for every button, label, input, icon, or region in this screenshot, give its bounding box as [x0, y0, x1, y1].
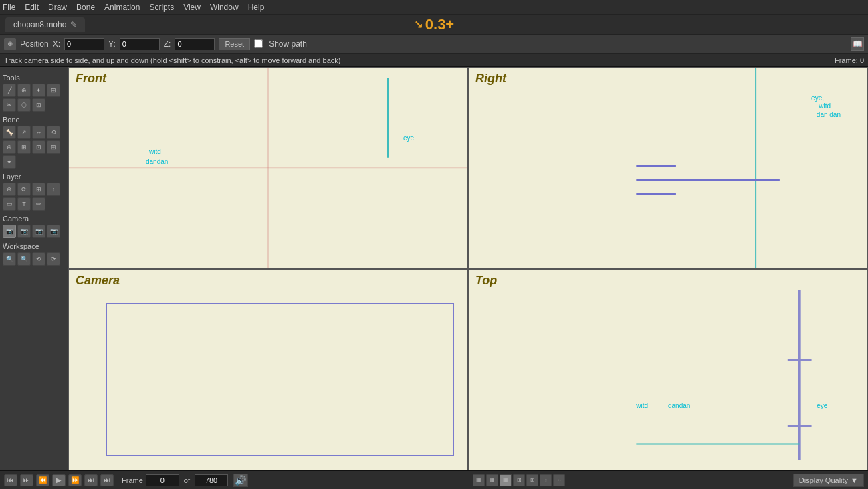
x-input[interactable]: [64, 38, 104, 50]
bone-btn-5[interactable]: ⊕: [3, 140, 16, 154]
move-tool-icon[interactable]: ⊕: [4, 38, 16, 50]
layer-btn-6[interactable]: T: [17, 197, 31, 211]
bone-btn-1[interactable]: 🦴: [3, 126, 16, 139]
bone-btn-2[interactable]: ↗: [17, 126, 31, 139]
tools-row-1: ╱ ⊕ ✦ ⊞: [3, 84, 65, 97]
camera-btn-4[interactable]: 📷: [47, 225, 60, 238]
tool-btn-5[interactable]: ✂: [3, 98, 16, 112]
front-axis-svg: [69, 68, 467, 268]
show-path-checkbox[interactable]: [254, 39, 263, 48]
camera-btn-2[interactable]: 📷: [17, 225, 31, 238]
tools-row-2: ✂ ⬡ ⊡: [3, 98, 65, 112]
display-quality-dropdown-icon: ▼: [851, 476, 858, 484]
file-tab[interactable]: chopan8.moho ✎: [5, 17, 85, 32]
front-label: Front: [76, 72, 106, 86]
menu-scripts[interactable]: Scripts: [149, 3, 174, 12]
right-label: Right: [475, 72, 506, 86]
frame-label: Frame: [122, 476, 143, 484]
workspace-btn-4[interactable]: ⟳: [47, 252, 60, 266]
layer-btn-5[interactable]: ▭: [3, 197, 16, 211]
workspace-label: Workspace: [3, 242, 65, 250]
tool-btn-2[interactable]: ⊕: [17, 84, 31, 97]
tool-btn-1[interactable]: ╱: [3, 84, 16, 97]
right-viewport[interactable]: Right: [468, 67, 868, 269]
view-mode-3[interactable]: ▦: [500, 474, 512, 486]
right-dandan-label: dan dan: [817, 111, 841, 118]
layer-btn-7[interactable]: ✏: [32, 197, 45, 211]
top-viewport-svg: [469, 270, 867, 470]
transport-play[interactable]: ▶: [52, 474, 66, 486]
workspace-btn-3[interactable]: ⟲: [32, 252, 45, 266]
view-mode-5[interactable]: ⊞: [526, 474, 538, 486]
show-path-label: Show path: [269, 39, 307, 49]
bone-btn-4[interactable]: ⟲: [47, 126, 60, 139]
edit-icon[interactable]: ✎: [70, 20, 77, 29]
front-dandan-label: dandan: [146, 158, 168, 165]
transport-stepfwd[interactable]: ⏩: [68, 474, 82, 486]
reset-button[interactable]: Reset: [219, 38, 250, 50]
layer-label: Layer: [3, 173, 65, 181]
bone-btn-8[interactable]: ⊞: [47, 140, 60, 154]
transport-toend[interactable]: ⏭: [20, 474, 33, 486]
tool-btn-7[interactable]: ⊡: [32, 98, 45, 112]
position-label: Position: [20, 39, 49, 49]
x-axis-label: X:: [53, 39, 60, 49]
front-viewport[interactable]: Front: [68, 67, 468, 269]
view-mode-4[interactable]: ⊞: [513, 474, 525, 486]
workspace-btn-1[interactable]: 🔍: [3, 252, 16, 266]
layer-btn-4[interactable]: ↕: [47, 183, 60, 196]
main-area: Tools ╱ ⊕ ✦ ⊞ ✂ ⬡ ⊡ Bone 🦴 ↗ ↔ ⟲ ⊕ ⊞ ⊡ ⊞…: [0, 67, 868, 470]
y-input[interactable]: [120, 38, 160, 50]
tool-btn-4[interactable]: ⊞: [47, 84, 60, 97]
top-dandan-label: dandan: [668, 402, 690, 409]
menu-edit[interactable]: Edit: [25, 3, 39, 12]
camera-btn-1[interactable]: 📷: [3, 225, 16, 238]
bone-btn-9[interactable]: ✦: [3, 155, 16, 169]
menu-help[interactable]: Help: [248, 3, 265, 12]
menu-bone[interactable]: Bone: [76, 3, 95, 12]
layer-btn-2[interactable]: ⟳: [17, 183, 31, 196]
left-panel: Tools ╱ ⊕ ✦ ⊞ ✂ ⬡ ⊡ Bone 🦴 ↗ ↔ ⟲ ⊕ ⊞ ⊡ ⊞…: [0, 67, 68, 470]
tool-btn-6[interactable]: ⬡: [17, 98, 31, 112]
z-input[interactable]: [175, 38, 215, 50]
bone-btn-3[interactable]: ↔: [32, 126, 45, 139]
tool-btn-3[interactable]: ✦: [32, 84, 45, 97]
camera-btn-3[interactable]: 📷: [32, 225, 45, 238]
audio-button[interactable]: 🔊: [233, 474, 248, 487]
layer-btn-1[interactable]: ⊕: [3, 183, 16, 196]
status-message: Track camera side to side, and up and do…: [4, 56, 340, 64]
bone-row-2: ⊕ ⊞ ⊡ ⊞: [3, 140, 65, 154]
menu-window[interactable]: Window: [210, 3, 239, 12]
menu-file[interactable]: File: [3, 3, 15, 12]
transport-loop[interactable]: ⏭: [100, 474, 114, 486]
bone-btn-7[interactable]: ⊡: [32, 140, 45, 154]
view-mode-swap-h[interactable]: ↔: [553, 474, 565, 486]
top-label: Top: [475, 274, 497, 288]
tools-label: Tools: [3, 74, 65, 82]
camera-viewport[interactable]: Camera: [68, 269, 468, 471]
display-quality-button[interactable]: Display Quality ▼: [793, 474, 864, 487]
filename: chopan8.moho: [13, 20, 66, 29]
transport-tostart[interactable]: ⏮: [4, 474, 17, 486]
top-eye-label: eye: [817, 402, 827, 409]
workspace-btn-2[interactable]: 🔍: [17, 252, 31, 266]
view-mode-icons: ▦ ▦ ▦ ⊞ ⊞ ↕ ↔: [473, 474, 565, 486]
view-mode-swap-v[interactable]: ↕: [540, 474, 552, 486]
book-icon[interactable]: 📖: [851, 37, 864, 51]
view-mode-1[interactable]: ▦: [473, 474, 485, 486]
camera-frame-rect: [106, 303, 454, 457]
total-frames-input[interactable]: [195, 474, 228, 486]
top-viewport[interactable]: Top witd dandan eye: [468, 269, 868, 471]
version-arrow: ↘: [414, 18, 423, 31]
transport-stepback[interactable]: ⏪: [36, 474, 49, 486]
layer-btn-3[interactable]: ⊞: [32, 183, 45, 196]
transport-lastkey[interactable]: ⏭: [84, 474, 98, 486]
view-mode-2[interactable]: ▦: [486, 474, 498, 486]
menu-draw[interactable]: Draw: [48, 3, 67, 12]
front-eye-label: eye: [403, 134, 414, 142]
workspace-row-1: 🔍 🔍 ⟲ ⟳: [3, 252, 65, 266]
current-frame-input[interactable]: [146, 474, 179, 486]
bone-btn-6[interactable]: ⊞: [17, 140, 31, 154]
menu-view[interactable]: View: [183, 3, 201, 12]
menu-animation[interactable]: Animation: [104, 3, 140, 12]
